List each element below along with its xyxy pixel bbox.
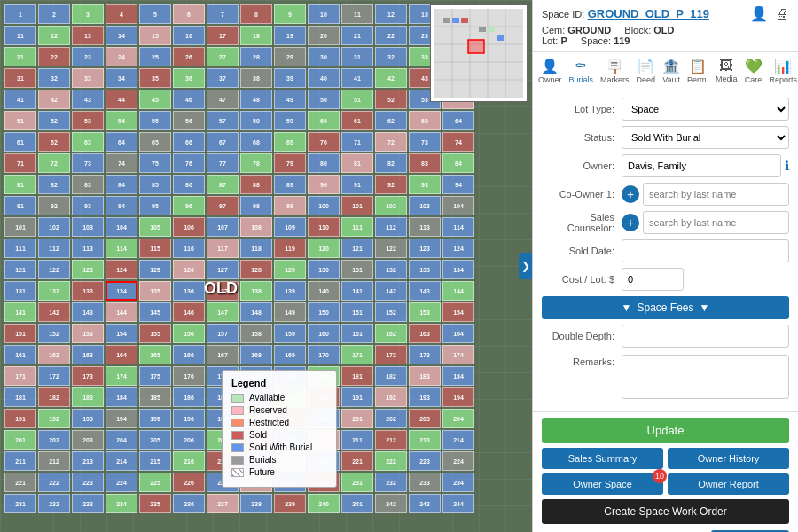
lot-cell[interactable]: 60 <box>308 111 340 130</box>
lot-cell[interactable]: 39 <box>274 68 306 88</box>
lot-cell[interactable]: 53 <box>72 111 104 130</box>
lot-cell[interactable]: 231 <box>4 494 36 513</box>
lot-cell[interactable]: 213 <box>409 430 441 450</box>
lot-cell[interactable]: 192 <box>38 409 70 428</box>
lot-cell[interactable]: 201 <box>4 430 36 450</box>
lot-cell[interactable]: 160 <box>308 324 340 343</box>
lot-cell[interactable]: 74 <box>106 153 137 173</box>
lot-cell[interactable]: 151 <box>4 324 36 343</box>
lot-cell[interactable]: 117 <box>207 239 239 258</box>
lot-cell[interactable]: 215 <box>139 451 171 471</box>
lot-cell[interactable]: 223 <box>409 451 441 471</box>
lot-cell[interactable]: 74 <box>442 132 474 152</box>
lot-cell[interactable]: 81 <box>341 153 373 173</box>
lot-cell[interactable]: 9 <box>274 4 306 24</box>
lot-cell[interactable]: 224 <box>442 451 474 471</box>
lot-cell[interactable]: 55 <box>139 111 171 130</box>
lot-cell[interactable]: 25 <box>139 47 171 66</box>
lot-cell[interactable]: 122 <box>38 260 70 279</box>
lot-cell[interactable]: 93 <box>72 196 104 215</box>
lot-cell[interactable]: 71 <box>4 153 36 173</box>
lot-cell[interactable]: 51 <box>341 90 373 109</box>
lot-cell[interactable]: 224 <box>106 473 137 492</box>
lot-cell[interactable]: 31 <box>4 68 36 88</box>
lot-cell[interactable]: 33 <box>72 68 104 88</box>
lot-cell[interactable]: 194 <box>106 409 137 428</box>
print-icon-btn[interactable]: 🖨 <box>775 5 789 22</box>
lot-cell[interactable]: 150 <box>308 302 340 322</box>
lot-cell[interactable]: 145 <box>139 302 171 322</box>
lot-cell[interactable]: 90 <box>308 175 340 194</box>
lot-cell[interactable]: 30 <box>308 47 340 66</box>
lot-cell[interactable]: 82 <box>38 175 70 194</box>
lot-cell[interactable]: 114 <box>442 217 474 237</box>
lot-cell[interactable]: 237 <box>207 494 239 513</box>
lot-cell[interactable]: 62 <box>375 111 407 130</box>
lot-cell[interactable]: 42 <box>375 68 407 88</box>
lot-cell[interactable]: 123 <box>409 239 441 258</box>
lot-cell[interactable]: 241 <box>341 494 373 513</box>
lot-cell[interactable]: 68 <box>240 132 272 152</box>
lot-cell[interactable]: 132 <box>38 281 70 301</box>
lot-cell[interactable]: 236 <box>173 494 205 513</box>
lot-cell[interactable]: 84 <box>106 175 137 194</box>
lot-cell[interactable]: 18 <box>240 26 272 45</box>
lot-cell[interactable]: 21 <box>341 26 373 45</box>
lot-cell[interactable]: 47 <box>207 90 239 109</box>
tab-deed[interactable]: 📄Deed <box>633 56 660 86</box>
lot-cell[interactable]: 124 <box>106 260 137 279</box>
lot-cell[interactable]: 63 <box>409 111 441 130</box>
lot-cell[interactable]: 111 <box>341 217 373 237</box>
lot-cell[interactable]: 112 <box>38 239 70 258</box>
lot-cell[interactable]: 157 <box>207 324 239 343</box>
lot-cell[interactable]: 103 <box>409 196 441 215</box>
lot-cell[interactable]: 226 <box>173 473 205 492</box>
lot-cell[interactable]: 240 <box>308 494 340 513</box>
lot-cell[interactable]: 172 <box>38 366 70 386</box>
lot-cell[interactable]: 154 <box>442 302 474 322</box>
lot-cell[interactable]: 148 <box>240 302 272 322</box>
lot-cell[interactable]: 48 <box>240 90 272 109</box>
lot-cell[interactable]: 73 <box>72 153 104 173</box>
lot-cell[interactable]: 132 <box>375 260 407 279</box>
lot-cell[interactable]: 152 <box>375 302 407 322</box>
lot-cell[interactable]: 144 <box>442 281 474 301</box>
work-order-btn[interactable]: Create Space Work Order <box>542 499 789 524</box>
lot-cell[interactable]: 133 <box>72 281 104 301</box>
lot-cell[interactable]: 174 <box>442 345 474 364</box>
lot-cell[interactable]: 104 <box>442 196 474 215</box>
lot-cell[interactable]: 161 <box>341 324 373 343</box>
lot-cell[interactable]: 110 <box>308 217 340 237</box>
lot-cell[interactable]: 43 <box>72 90 104 109</box>
lot-cell[interactable]: 107 <box>207 217 239 237</box>
lot-cell[interactable]: 31 <box>341 47 373 66</box>
lot-cell[interactable]: 195 <box>139 409 171 428</box>
lot-cell[interactable]: 103 <box>72 217 104 237</box>
lot-cell[interactable]: 153 <box>409 302 441 322</box>
lot-cell[interactable]: 162 <box>38 345 70 364</box>
lot-cell[interactable]: 99 <box>274 196 306 215</box>
lot-cell[interactable]: 121 <box>4 260 36 279</box>
lot-cell[interactable]: 134 <box>442 260 474 279</box>
lot-cell[interactable]: 172 <box>375 345 407 364</box>
lot-cell[interactable]: 166 <box>173 345 205 364</box>
lot-cell[interactable]: 79 <box>274 153 306 173</box>
lot-cell[interactable]: 115 <box>139 239 171 258</box>
lot-cell[interactable]: 15 <box>139 26 171 45</box>
lot-cell[interactable]: 21 <box>4 47 36 66</box>
tab-owner[interactable]: 👤Owner <box>535 56 566 86</box>
lot-cell[interactable]: 58 <box>240 111 272 130</box>
lot-cell[interactable]: 49 <box>274 90 306 109</box>
lot-cell[interactable]: 124 <box>442 239 474 258</box>
lot-cell[interactable]: 91 <box>341 175 373 194</box>
lot-cell[interactable]: 151 <box>341 302 373 322</box>
lot-cell[interactable]: 234 <box>106 494 137 513</box>
lot-cell[interactable]: 164 <box>442 324 474 343</box>
lot-cell[interactable]: 52 <box>375 90 407 109</box>
lot-cell[interactable]: 56 <box>173 111 205 130</box>
lot-cell[interactable]: 13 <box>72 26 104 45</box>
lot-cell[interactable]: 116 <box>173 239 205 258</box>
double-depth-input[interactable] <box>622 325 789 348</box>
lot-cell[interactable]: 46 <box>173 90 205 109</box>
lot-cell[interactable]: 144 <box>106 302 137 322</box>
